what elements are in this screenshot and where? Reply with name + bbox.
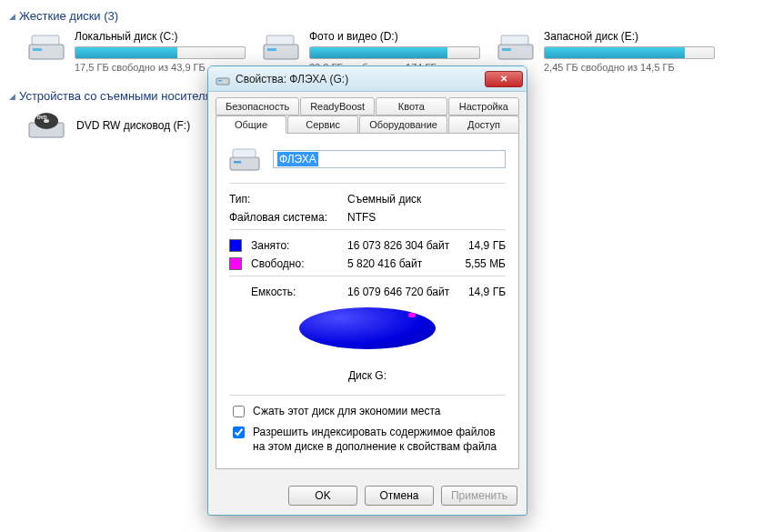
index-label: Разрешить индексировать содержимое файло… [253,426,506,454]
svg-rect-18 [233,149,256,157]
type-value: Съемный диск [347,193,506,206]
apply-button[interactable]: Применить [441,486,517,506]
svg-rect-1 [33,48,42,51]
tab-general[interactable]: Общие [216,115,286,134]
collapse-icon: ◢ [9,12,15,21]
type-label: Тип: [229,193,347,206]
free-bytes: 5 820 416 байт [347,257,451,270]
cancel-button[interactable]: Отмена [365,486,434,506]
svg-rect-2 [32,35,59,45]
properties-dialog: Свойства: ФЛЭХА (G:) ✕ Безопасность Read… [207,65,527,516]
svg-rect-17 [234,161,241,164]
svg-rect-0 [29,45,64,59]
tab-quota[interactable]: Квота [376,97,447,115]
capacity-bar [544,46,715,59]
section-title: Устройства со съемными носителями [19,89,226,103]
dialog-buttons: OK Отмена Применить [208,477,527,515]
capacity-human: 14,9 ГБ [451,286,506,298]
svg-rect-4 [267,48,276,51]
collapse-icon: ◢ [9,92,15,101]
used-label: Занято: [251,239,347,252]
capacity-label: Емкость: [251,286,347,298]
usage-pie-chart [299,307,436,362]
drive-label: Локальный диск (C:) [75,30,246,43]
free-human: 5,55 МБ [451,257,506,270]
svg-rect-5 [266,35,294,45]
close-button[interactable]: ✕ [485,71,523,87]
dialog-title: Свойства: ФЛЭХА (G:) [236,73,348,85]
svg-text:DVD: DVD [37,115,47,120]
tab-panel-general: ФЛЭХА Тип: Съемный диск Файловая система… [216,133,519,469]
ok-button[interactable]: OK [288,486,357,506]
volume-name-input[interactable]: ФЛЭХА [273,150,506,168]
tab-sharing[interactable]: Доступ [448,115,519,133]
tab-hardware[interactable]: Оборудование [359,115,447,133]
drive-e[interactable]: Запасной диск (E:) 2,45 ГБ свободно из 1… [497,30,715,73]
tab-strip: Безопасность ReadyBoost Квота Настройка … [216,97,519,469]
used-color-swatch [229,239,242,252]
volume-name-value: ФЛЭХА [277,152,318,166]
hdd-icon [27,30,65,63]
free-color-swatch [229,257,242,270]
svg-rect-15 [218,80,222,82]
svg-rect-7 [502,48,511,51]
filesystem-label: Файловая система: [229,211,347,224]
capacity-bar [309,46,480,59]
svg-rect-6 [498,45,533,59]
tab-readyboost[interactable]: ReadyBoost [300,97,375,115]
svg-rect-8 [501,35,528,45]
drive-freespace: 2,45 ГБ свободно из 14,5 ГБ [544,62,715,73]
pie-caption: Диск G: [348,369,386,382]
hard-drives-header[interactable]: ◢ Жесткие диски (3) [9,9,774,23]
tab-tools[interactable]: Сервис [287,115,358,133]
filesystem-value: NTFS [347,211,506,224]
close-icon: ✕ [500,74,507,84]
compress-label: Сжать этот диск для экономии места [253,405,440,419]
hdd-icon [262,30,300,63]
hdd-icon [497,30,535,63]
section-title: Жесткие диски (3) [19,9,118,23]
used-human: 14,9 ГБ [451,239,506,252]
dvd-icon: DVD [27,110,65,141]
titlebar[interactable]: Свойства: ФЛЭХА (G:) ✕ [208,66,527,92]
tab-security[interactable]: Безопасность [216,97,299,115]
drive-label: Фото и видео (D:) [309,30,480,43]
capacity-bar [75,46,246,59]
compress-checkbox[interactable] [233,406,245,417]
free-label: Свободно: [251,257,347,270]
dvd-label: DVD RW дисковод (F:) [76,119,190,132]
used-bytes: 16 073 826 304 байт [347,239,451,252]
capacity-bytes: 16 079 646 720 байт [347,286,451,298]
drive-icon [229,146,260,172]
svg-rect-3 [264,45,298,59]
tab-customize[interactable]: Настройка [448,97,519,115]
index-checkbox[interactable] [233,427,245,438]
drive-label: Запасной диск (E:) [544,30,715,43]
svg-rect-16 [230,157,259,170]
drive-small-icon [216,72,230,86]
